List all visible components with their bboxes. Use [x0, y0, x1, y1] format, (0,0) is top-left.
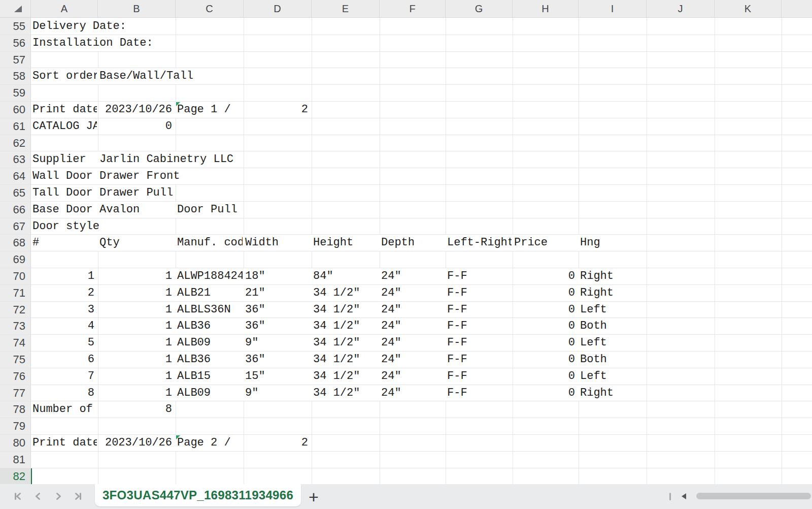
cell-G68[interactable]: Left-Right: [446, 235, 512, 251]
row-header-73[interactable]: 73: [0, 318, 30, 334]
cell-F70[interactable]: 24″: [380, 268, 403, 284]
cell-D71[interactable]: 21″: [244, 285, 267, 301]
cell-A61[interactable]: CATALOG JA: [31, 118, 97, 135]
cell-D72[interactable]: 36″: [244, 302, 267, 317]
cell-D76[interactable]: 15″: [244, 368, 267, 385]
row-header-60[interactable]: 60: [0, 102, 30, 118]
cell-B61[interactable]: 0: [164, 118, 174, 135]
cell-C70[interactable]: ALWP188424: [176, 268, 243, 284]
cell-D77[interactable]: 9″: [244, 385, 260, 401]
row-header-57[interactable]: 57: [0, 52, 30, 68]
cell-A75[interactable]: 6: [86, 352, 96, 368]
cell-F77[interactable]: 24″: [380, 385, 403, 401]
cell-C77[interactable]: ALB09: [176, 385, 212, 401]
cell-A65[interactable]: Tall Door: [31, 185, 97, 201]
cell-A67[interactable]: Door style: [31, 218, 101, 234]
row-header-63[interactable]: 63: [0, 151, 30, 168]
cell-G76[interactable]: F-F: [446, 368, 469, 385]
row-header-59[interactable]: 59: [0, 85, 30, 101]
cell-I68[interactable]: Hng: [579, 235, 602, 251]
cell-C71[interactable]: ALB21: [176, 285, 212, 301]
cell-H75[interactable]: 0: [567, 352, 577, 368]
row-header-64[interactable]: 64: [0, 168, 30, 184]
cell-D75[interactable]: 36″: [244, 352, 267, 368]
row-header-55[interactable]: 55: [0, 18, 30, 35]
cell-A58[interactable]: Sort order:: [31, 68, 97, 84]
nav-next-button[interactable]: [53, 491, 64, 502]
row-header-72[interactable]: 72: [0, 302, 30, 317]
row-header-76[interactable]: 76: [0, 368, 30, 385]
row-header-71[interactable]: 71: [0, 285, 30, 301]
cell-F76[interactable]: 24″: [380, 368, 403, 385]
cell-B70[interactable]: 1: [164, 268, 174, 284]
cell-A55[interactable]: Delivery Date:: [31, 18, 128, 35]
cell-A63[interactable]: Supplier: [31, 151, 88, 168]
cell-I74[interactable]: Left: [579, 335, 608, 351]
cell-A56[interactable]: Installation Date:: [31, 35, 155, 51]
cell-E73[interactable]: 34 1/2″: [312, 318, 361, 334]
row-header-62[interactable]: 62: [0, 135, 30, 151]
cell-C66[interactable]: Door Pull: [176, 202, 239, 218]
cell-A60[interactable]: Print date: [31, 102, 97, 118]
cell-B72[interactable]: 1: [164, 302, 174, 317]
row-header-80[interactable]: 80: [0, 435, 30, 451]
column-header-E[interactable]: E: [312, 0, 380, 17]
cell-A72[interactable]: 3: [86, 302, 96, 317]
cell-G70[interactable]: F-F: [446, 268, 469, 284]
cell-H74[interactable]: 0: [567, 335, 577, 351]
cell-A74[interactable]: 5: [86, 335, 96, 351]
cell-C80[interactable]: Page 2 /: [176, 435, 232, 451]
cell-I75[interactable]: Both: [579, 352, 608, 368]
row-header-67[interactable]: 67: [0, 218, 30, 234]
cell-B76[interactable]: 1: [164, 368, 174, 385]
add-sheet-button[interactable]: +: [304, 488, 323, 506]
column-header-H[interactable]: H: [513, 0, 579, 17]
cell-E68[interactable]: Height: [312, 235, 355, 251]
row-header-81[interactable]: 81: [0, 452, 30, 468]
cell-C75[interactable]: ALB36: [176, 352, 212, 368]
cell-B65[interactable]: Drawer Pull: [98, 185, 175, 201]
nav-last-button[interactable]: [73, 491, 84, 502]
cell-H68[interactable]: Price: [513, 235, 549, 251]
cell-C73[interactable]: ALB36: [176, 318, 212, 334]
column-header-I[interactable]: I: [579, 0, 647, 17]
cell-B80[interactable]: 2023/10/26: [104, 435, 174, 451]
cell-B64[interactable]: Drawer Front: [98, 168, 181, 184]
cell-C76[interactable]: ALB15: [176, 368, 212, 385]
cell-B78[interactable]: 8: [164, 401, 174, 418]
row-header-56[interactable]: 56: [0, 35, 30, 51]
cell-E76[interactable]: 34 1/2″: [312, 368, 361, 385]
cell-B71[interactable]: 1: [164, 285, 174, 301]
cell-D68[interactable]: Width: [244, 235, 280, 251]
cell-E72[interactable]: 34 1/2″: [312, 302, 361, 317]
horizontal-scrollbar-thumb[interactable]: [696, 493, 811, 499]
cell-D74[interactable]: 9″: [244, 335, 260, 351]
sheet-tab[interactable]: 3FO3UAS447VP_1698311934966: [95, 484, 301, 506]
cell-B77[interactable]: 1: [164, 385, 174, 401]
cell-D80[interactable]: 2: [300, 435, 310, 451]
cell-E77[interactable]: 34 1/2″: [312, 385, 361, 401]
cell-B66[interactable]: Avalon: [98, 202, 141, 218]
cell-H77[interactable]: 0: [567, 385, 577, 401]
cell-F68[interactable]: Depth: [380, 235, 416, 251]
cell-H72[interactable]: 0: [567, 302, 577, 317]
cell-D70[interactable]: 18″: [244, 268, 267, 284]
cell-C72[interactable]: ALBLS36N: [176, 302, 232, 317]
cell-E70[interactable]: 84″: [312, 268, 335, 284]
cell-A64[interactable]: Wall Door: [31, 168, 97, 184]
cell-F74[interactable]: 24″: [380, 335, 403, 351]
cell-G77[interactable]: F-F: [446, 385, 469, 401]
cell-I70[interactable]: Right: [579, 268, 615, 284]
nav-first-button[interactable]: [12, 491, 23, 502]
row-header-75[interactable]: 75: [0, 352, 30, 368]
cell-A66[interactable]: Base Door: [31, 202, 97, 218]
row-header-74[interactable]: 74: [0, 335, 30, 351]
column-header-J[interactable]: J: [647, 0, 715, 17]
cell-B75[interactable]: 1: [164, 352, 174, 368]
cell-G74[interactable]: F-F: [446, 335, 469, 351]
cell-C60[interactable]: Page 1 /: [176, 102, 232, 118]
cell-B73[interactable]: 1: [164, 318, 174, 334]
row-header-65[interactable]: 65: [0, 185, 30, 201]
row-header-82[interactable]: 82: [0, 468, 30, 484]
row-header-77[interactable]: 77: [0, 385, 30, 401]
